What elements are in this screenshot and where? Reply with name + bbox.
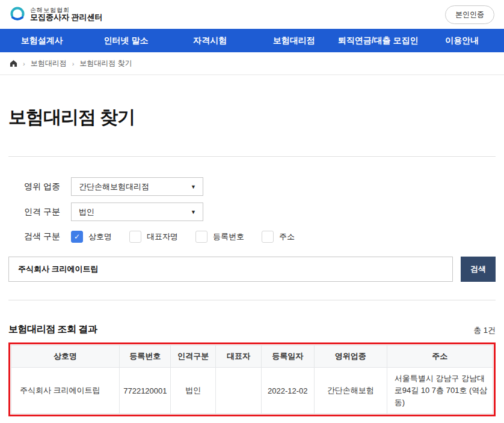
checkbox-company-name[interactable]: ✓ 상호명: [71, 231, 112, 243]
association-logo-icon: [10, 7, 25, 22]
search-type-label: 검색 구분: [8, 231, 71, 242]
results-count-suffix: 건: [488, 326, 496, 335]
checkbox-address[interactable]: 주소: [262, 231, 295, 243]
cell-business-type: 간단손해보험: [314, 368, 387, 414]
chevron-down-icon: ▼: [191, 209, 196, 215]
checkbox-representative-name[interactable]: 대표자명: [129, 231, 178, 243]
nav-item-internet-cancellation[interactable]: 인터넷 말소: [84, 29, 168, 52]
business-type-select[interactable]: 간단손해보험대리점 ▼: [71, 177, 203, 196]
results-count: 총 1건: [473, 325, 496, 336]
cell-representative: [216, 368, 261, 414]
page-title: 보험대리점 찾기: [8, 105, 496, 130]
checkbox-label: 대표자명: [147, 231, 178, 242]
nav-item-usage-guide[interactable]: 이용안내: [420, 29, 504, 52]
cell-registration-number: 7722120001: [120, 368, 171, 414]
results-title: 보험대리점 조회 결과: [8, 323, 97, 336]
business-type-label: 영위 업종: [8, 181, 71, 192]
logo-text: 손해보험협회 모집종사자 관리센터: [30, 7, 103, 22]
result-table-red-highlight: 상호명 등록번호 인격구분 대표자 등록일자 영위업종 주소 주식회사 크리에이…: [8, 342, 496, 416]
column-header-entity-type: 인격구분: [171, 345, 216, 368]
cell-address: 서울특별시 강남구 강남대로94길 10 7층 701호 (역삼동): [387, 368, 493, 414]
results-count-value: 1: [484, 326, 488, 335]
search-type-row: 검색 구분 ✓ 상호명 대표자명 등록번호 주소: [8, 231, 496, 243]
search-input-row: 검색: [8, 257, 496, 282]
column-header-representative: 대표자: [216, 345, 261, 368]
results-count-prefix: 총: [473, 326, 484, 335]
business-type-row: 영위 업종 간단손해보험대리점 ▼: [8, 177, 496, 196]
entity-type-selected-value: 법인: [79, 207, 94, 218]
breadcrumb: › 보험대리점 › 보험대리점 찾기: [0, 52, 504, 75]
breadcrumb-insurance-agency[interactable]: 보험대리점: [31, 58, 67, 68]
checkbox-unchecked-icon: [262, 231, 274, 243]
search-input[interactable]: [8, 257, 453, 282]
nav-item-qualification-exam[interactable]: 자격시험: [168, 29, 252, 52]
column-header-business-type: 영위업종: [314, 345, 387, 368]
home-icon[interactable]: [10, 59, 17, 67]
search-type-options: ✓ 상호명 대표자명 등록번호 주소: [71, 231, 312, 243]
cell-entity-type: 법인: [171, 368, 216, 414]
column-header-registration-date: 등록일자: [261, 345, 314, 368]
table-header-row: 상호명 등록번호 인격구분 대표자 등록일자 영위업종 주소: [11, 345, 493, 368]
nav-item-insurance-agency[interactable]: 보험대리점: [252, 29, 336, 52]
entity-type-row: 인격 구분 법인 ▼: [8, 202, 496, 221]
column-header-address: 주소: [387, 345, 493, 368]
logo[interactable]: 손해보험협회 모집종사자 관리센터: [10, 7, 103, 22]
search-button[interactable]: 검색: [461, 257, 496, 282]
search-form: 영위 업종 간단손해보험대리점 ▼ 인격 구분 법인 ▼ 검색 구분 ✓ 상호명: [8, 156, 496, 300]
breadcrumb-separator: ›: [23, 60, 25, 67]
results-section: 보험대리점 조회 결과 총 1건 상호명 등록번호 인격구분 대표자 등록일자 …: [8, 323, 496, 423]
checkbox-label: 상호명: [88, 231, 112, 242]
breadcrumb-separator: ›: [72, 60, 75, 67]
column-header-registration-number: 등록번호: [120, 345, 171, 368]
checkbox-checked-icon: ✓: [71, 231, 83, 243]
entity-type-select[interactable]: 법인 ▼: [71, 202, 203, 221]
cell-company-name: 주식회사 크리에이트립: [11, 368, 120, 414]
cell-registration-date: 2022-12-02: [261, 368, 314, 414]
chevron-down-icon: ▼: [191, 184, 196, 190]
checkbox-registration-number[interactable]: 등록번호: [195, 231, 244, 243]
entity-type-label: 인격 구분: [8, 207, 71, 218]
nav-item-pension-loan-recruiter[interactable]: 퇴직연금/대출 모집인: [336, 29, 420, 52]
column-header-company-name: 상호명: [11, 345, 120, 368]
identity-verification-button[interactable]: 본인인증: [445, 5, 494, 24]
checkbox-label: 주소: [279, 231, 295, 242]
nav-item-insurance-planner[interactable]: 보험설계사: [0, 29, 84, 52]
top-header: 손해보험협회 모집종사자 관리센터 본인인증: [0, 0, 504, 29]
checkbox-unchecked-icon: [195, 231, 207, 243]
breadcrumb-find-agency[interactable]: 보험대리점 찾기: [79, 58, 132, 68]
business-type-selected-value: 간단손해보험대리점: [79, 181, 149, 192]
logo-site-name: 모집종사자 관리센터: [30, 13, 103, 22]
main-content: 보험대리점 찾기 영위 업종 간단손해보험대리점 ▼ 인격 구분 법인 ▼ 검색…: [0, 105, 504, 423]
checkbox-label: 등록번호: [213, 231, 244, 242]
results-header: 보험대리점 조회 결과 총 1건: [8, 323, 496, 336]
checkbox-unchecked-icon: [129, 231, 141, 243]
results-table: 상호명 등록번호 인격구분 대표자 등록일자 영위업종 주소 주식회사 크리에이…: [11, 345, 493, 414]
main-nav: 보험설계사 인터넷 말소 자격시험 보험대리점 퇴직연금/대출 모집인 이용안내: [0, 29, 504, 52]
table-row: 주식회사 크리에이트립 7722120001 법인 2022-12-02 간단손…: [11, 368, 493, 414]
